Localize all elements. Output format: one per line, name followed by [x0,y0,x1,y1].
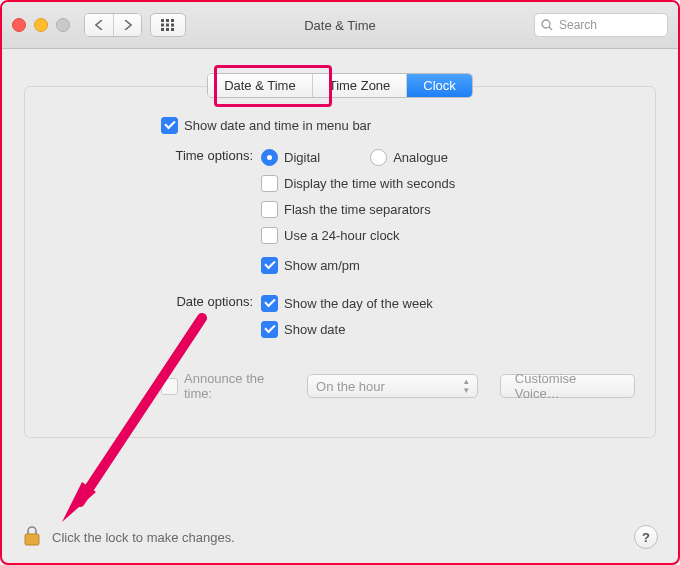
search-icon [541,19,553,31]
ampm-label: Show am/pm [284,258,360,273]
announce-interval-value: On the hour [316,379,385,394]
tab-time-zone[interactable]: Time Zone [312,74,407,97]
analogue-label: Analogue [393,150,448,165]
zoom-icon [56,18,70,32]
tab-date-time[interactable]: Date & Time [208,74,312,97]
24hour-label: Use a 24-hour clock [284,228,400,243]
close-icon[interactable] [12,18,26,32]
show-all-button[interactable] [150,13,186,37]
svg-rect-8 [171,28,174,31]
announce-interval-popup: On the hour ▴▾ [307,374,478,398]
seconds-label: Display the time with seconds [284,176,455,191]
svg-rect-3 [161,24,164,27]
analogue-radio[interactable] [370,149,387,166]
time-options-label: Time options: [45,147,261,163]
tab-clock[interactable]: Clock [406,74,472,97]
dow-checkbox[interactable] [261,295,278,312]
seconds-checkbox[interactable] [261,175,278,192]
svg-rect-1 [166,19,169,22]
svg-line-10 [549,27,552,30]
svg-rect-4 [166,24,169,27]
24hour-checkbox[interactable] [261,227,278,244]
show-menubar-checkbox[interactable] [161,117,178,134]
flash-label: Flash the time separators [284,202,431,217]
showdate-label: Show date [284,322,345,337]
toolbar: Date & Time [2,2,678,49]
back-button[interactable] [85,14,113,36]
svg-rect-6 [161,28,164,31]
help-label: ? [642,530,650,545]
forward-button[interactable] [113,14,141,36]
digital-label: Digital [284,150,320,165]
content-panel: Show date and time in menu bar Time opti… [24,86,656,438]
window-controls [12,18,70,32]
date-options-label: Date options: [45,293,261,309]
svg-rect-5 [171,24,174,27]
tabs: Date & Time Time Zone Clock [207,73,473,98]
nav-segment [84,13,142,37]
search-field[interactable] [534,13,668,37]
svg-rect-2 [171,19,174,22]
tabs-row: Date & Time Time Zone Clock [2,73,678,98]
svg-rect-0 [161,19,164,22]
preferences-window: Date & Time Date & Time Time Zone Clock … [0,0,680,565]
footer: Click the lock to make changes. ? [2,511,678,563]
svg-rect-13 [25,534,39,545]
search-input[interactable] [557,17,661,33]
minimize-icon[interactable] [34,18,48,32]
showdate-checkbox[interactable] [261,321,278,338]
grid-icon [161,19,175,31]
flash-checkbox[interactable] [261,201,278,218]
lock-icon [22,525,42,547]
lock-text: Click the lock to make changes. [52,530,235,545]
customise-voice-button: Customise Voice… [500,374,635,398]
ampm-checkbox[interactable] [261,257,278,274]
svg-rect-7 [166,28,169,31]
show-menubar-label: Show date and time in menu bar [184,118,371,133]
digital-radio[interactable] [261,149,278,166]
dow-label: Show the day of the week [284,296,433,311]
customise-voice-label: Customise Voice… [515,371,620,401]
svg-point-9 [542,20,550,28]
announce-label: Announce the time: [184,371,291,401]
help-button[interactable]: ? [634,525,658,549]
chevron-updown-icon: ▴▾ [464,377,469,395]
lock-button[interactable] [22,525,42,550]
announce-checkbox[interactable] [161,378,178,395]
